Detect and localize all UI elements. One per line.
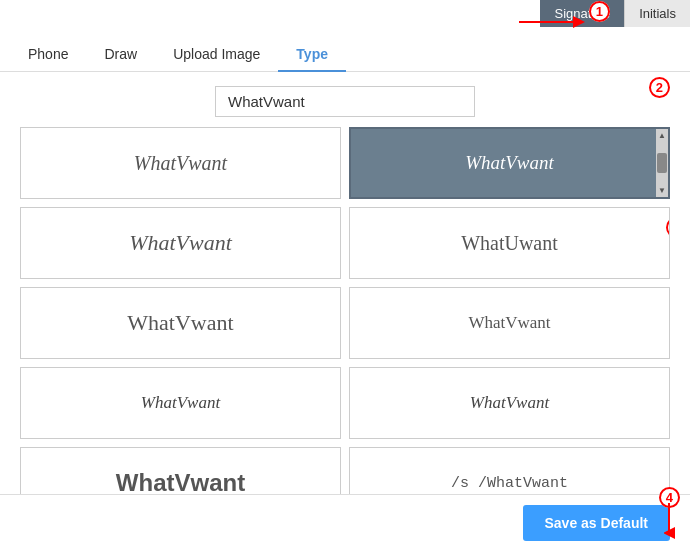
sig-text-1: WhatVwant: [126, 152, 235, 175]
name-input[interactable]: [215, 86, 475, 117]
tab-phone[interactable]: Phone: [10, 38, 86, 72]
sig-option-1[interactable]: WhatVwant: [20, 127, 341, 199]
sig-option-9[interactable]: WhatVwant: [20, 447, 341, 494]
sig-option-2[interactable]: WhatVwant ▲ ▼: [349, 127, 670, 199]
scroll-down-arrow[interactable]: ▼: [658, 186, 666, 195]
top-right-buttons: Signature Initials: [540, 0, 690, 27]
sig-option-3[interactable]: WhatVwant: [20, 207, 341, 279]
sig-option-8[interactable]: WhatVwant: [349, 367, 670, 439]
tab-upload-image[interactable]: Upload Image: [155, 38, 278, 72]
scrollbar-thumb[interactable]: [657, 153, 667, 173]
sig-text-3: WhatVwant: [121, 230, 240, 256]
scrollbar[interactable]: ▲ ▼: [656, 129, 668, 197]
sig-text-6: WhatVwant: [460, 313, 558, 333]
sig-text-2: WhatVwant: [457, 152, 562, 174]
signature-grid: WhatVwant WhatVwant ▲ ▼ WhatVwant WhatUw…: [0, 127, 690, 494]
sig-option-10[interactable]: /s /WhatVwant: [349, 447, 670, 494]
tab-type[interactable]: Type: [278, 38, 346, 72]
signature-button[interactable]: Signature: [540, 0, 624, 27]
sig-text-4: WhatUwant: [453, 232, 566, 255]
main-container: Signature Initials 1 Phone Draw Upload I…: [0, 0, 690, 551]
tab-draw[interactable]: Draw: [86, 38, 155, 72]
save-default-button[interactable]: Save as Default: [523, 505, 671, 541]
sig-text-7: WhatVwant: [133, 393, 228, 413]
sig-text-10: /s /WhatVwant: [443, 475, 576, 492]
sig-option-4[interactable]: WhatUwant 3: [349, 207, 670, 279]
tab-row: Phone Draw Upload Image Type: [0, 30, 690, 72]
input-row: 2: [0, 72, 690, 127]
sig-option-5[interactable]: WhatVwant: [20, 287, 341, 359]
sig-text-5: WhatVwant: [119, 310, 241, 336]
sig-text-8: WhatVwant: [462, 393, 557, 413]
scroll-up-arrow[interactable]: ▲: [658, 131, 666, 140]
sig-text-9: WhatVwant: [108, 469, 253, 494]
sig-option-7[interactable]: WhatVwant: [20, 367, 341, 439]
sig-option-6[interactable]: WhatVwant: [349, 287, 670, 359]
bottom-bar: Save as Default: [0, 494, 690, 551]
initials-button[interactable]: Initials: [624, 0, 690, 27]
